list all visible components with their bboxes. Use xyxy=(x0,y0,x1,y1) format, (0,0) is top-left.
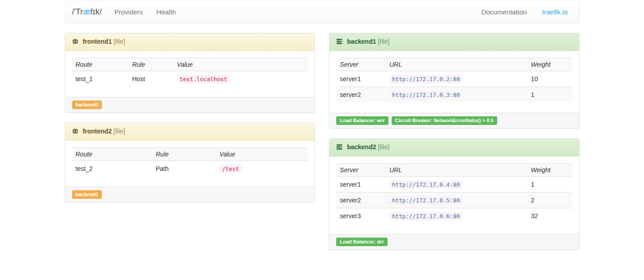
backend2-servers-table: Server URL Weight server1 http://172.17.… xyxy=(336,163,572,224)
backends-column: backend1 [file] Server URL Weight xyxy=(329,33,580,250)
backend-badge: backend2 xyxy=(72,101,102,109)
server-stack-icon xyxy=(336,144,344,151)
column-header-weight: Weight xyxy=(527,164,572,177)
frontend2-panel: frontend2 [file] Route Rule Value xyxy=(65,123,315,202)
server-url-code: http://172.17.0.6:80 xyxy=(389,212,463,220)
provider-tag: [file] xyxy=(378,143,389,151)
server-cell: server2 xyxy=(336,193,386,208)
load-balancer-badge: Load Balancer: wrr xyxy=(336,116,388,125)
route-cell: test_2 xyxy=(72,161,152,177)
server-cell: server2 xyxy=(336,87,386,103)
frontend1-panel-heading: frontend1 [file] xyxy=(65,33,315,51)
server-url-code: http://172.17.0.3:80 xyxy=(389,91,463,99)
column-header-value: Value xyxy=(174,58,308,71)
table-header-row: Server URL Weight xyxy=(336,164,572,177)
table-header-row: Route Rule Value xyxy=(72,148,308,161)
nav-item-traefik-io[interactable]: traefik.io xyxy=(535,1,575,23)
frontend2-panel-footer: backend1 xyxy=(65,187,315,202)
weight-cell: 32 xyxy=(527,208,572,224)
globe-icon xyxy=(72,39,80,46)
panel-title: backend2 xyxy=(347,143,376,151)
content-row: frontend1 [file] Route Rule Value xyxy=(65,33,580,250)
load-balancer-badge: Load Balancer: drr xyxy=(336,238,388,246)
frontend2-routes-table: Route Rule Value test_2 Path /test xyxy=(72,147,308,176)
table-row: server1 http://172.17.0.2:80 10 xyxy=(336,71,572,87)
column-header-url: URL xyxy=(386,58,527,71)
provider-tag: [file] xyxy=(378,38,389,45)
route-cell: test_1 xyxy=(72,71,129,87)
server-stack-icon xyxy=(336,39,344,46)
backend1-panel: backend1 [file] Server URL Weight xyxy=(329,33,580,129)
weight-cell: 2 xyxy=(527,193,572,208)
column-header-url: URL xyxy=(386,164,527,177)
provider-tag: [file] xyxy=(114,128,125,135)
table-row: test_2 Path /test xyxy=(72,161,308,177)
table-row: server2 http://172.17.0.5:80 2 xyxy=(336,193,572,208)
table-row: server1 http://172.17.0.4:80 1 xyxy=(336,177,572,193)
backend2-panel-footer: Load Balancer: drr xyxy=(329,234,579,249)
backend1-panel-footer: Load Balancer: wrr Circuit Breaker: Netw… xyxy=(329,113,579,128)
weight-cell: 1 xyxy=(527,177,572,193)
value-cell: test.localhost xyxy=(174,71,308,87)
nav-item-providers[interactable]: Providers xyxy=(108,1,150,23)
column-header-rule: Rule xyxy=(128,58,173,71)
backend-badge: backend1 xyxy=(72,190,102,199)
server-cell: server3 xyxy=(336,208,386,224)
backend1-panel-heading: backend1 [file] xyxy=(329,33,579,51)
url-cell: http://172.17.0.6:80 xyxy=(386,208,527,224)
table-row: test_1 Host test.localhost xyxy=(72,71,308,87)
value-cell: /test xyxy=(216,161,308,177)
column-header-route: Route xyxy=(72,58,129,71)
weight-cell: 10 xyxy=(527,71,572,87)
brand-suffix: fɪk/ xyxy=(90,7,101,16)
backend1-servers-table: Server URL Weight server1 http://172.17.… xyxy=(336,58,572,102)
brand-highlight: æ xyxy=(83,7,90,16)
traefik-logo[interactable]: /'Træfɪk/ xyxy=(65,7,108,17)
backend2-panel-heading: backend2 [file] xyxy=(329,139,579,156)
column-header-server: Server xyxy=(336,58,386,71)
column-header-rule: Rule xyxy=(152,148,215,161)
frontend2-panel-heading: frontend2 [file] xyxy=(65,123,315,141)
column-header-route: Route xyxy=(72,148,152,161)
panel-title: frontend1 xyxy=(82,38,112,45)
rule-value-code: /test xyxy=(219,165,242,173)
nav-item-documentation[interactable]: Documentation xyxy=(475,1,534,23)
table-row: server3 http://172.17.0.6:80 32 xyxy=(336,208,572,224)
url-cell: http://172.17.0.4:80 xyxy=(386,177,527,193)
backend1-panel-body: Server URL Weight server1 http://172.17.… xyxy=(329,51,579,113)
nav-item-health[interactable]: Health xyxy=(150,1,183,23)
table-header-row: Server URL Weight xyxy=(336,58,572,71)
panel-title: backend1 xyxy=(347,38,376,45)
provider-tag: [file] xyxy=(114,38,125,45)
rule-cell: Host xyxy=(128,71,173,87)
frontend2-panel-body: Route Rule Value test_2 Path /test xyxy=(65,141,315,187)
frontend1-panel: frontend1 [file] Route Rule Value xyxy=(65,33,315,113)
frontend1-routes-table: Route Rule Value test_1 Host test.localh… xyxy=(72,58,308,87)
server-cell: server1 xyxy=(336,71,386,87)
server-cell: server1 xyxy=(336,177,386,193)
rule-value-code: test.localhost xyxy=(177,75,230,83)
page-container: /'Træfɪk/ Providers Health Documentation… xyxy=(65,1,580,250)
server-url-code: http://172.17.0.4:80 xyxy=(389,180,463,189)
url-cell: http://172.17.0.2:80 xyxy=(386,71,527,87)
column-header-weight: Weight xyxy=(527,58,572,71)
url-cell: http://172.17.0.5:80 xyxy=(386,193,527,208)
circuit-breaker-badge: Circuit Breaker: NetworkErrorRatio() > 0… xyxy=(392,116,498,125)
server-url-code: http://172.17.0.5:80 xyxy=(389,196,463,205)
panel-title: frontend2 xyxy=(82,128,112,135)
table-header-row: Route Rule Value xyxy=(72,58,308,71)
rule-cell: Path xyxy=(152,161,215,177)
column-header-server: Server xyxy=(336,164,386,177)
brand-prefix: /'Tr xyxy=(72,7,83,16)
frontends-column: frontend1 [file] Route Rule Value xyxy=(65,33,315,202)
table-row: server2 http://172.17.0.3:80 1 xyxy=(336,87,572,103)
url-cell: http://172.17.0.3:80 xyxy=(386,87,527,103)
backend2-panel-body: Server URL Weight server1 http://172.17.… xyxy=(329,156,579,234)
frontend1-panel-body: Route Rule Value test_1 Host test.localh… xyxy=(65,51,315,97)
top-navbar: /'Træfɪk/ Providers Health Documentation… xyxy=(65,1,580,23)
frontend1-panel-footer: backend2 xyxy=(65,97,315,112)
server-url-code: http://172.17.0.2:80 xyxy=(389,75,463,83)
weight-cell: 1 xyxy=(527,87,572,103)
backend2-panel: backend2 [file] Server URL Weight xyxy=(329,138,580,250)
column-header-value: Value xyxy=(216,148,308,161)
